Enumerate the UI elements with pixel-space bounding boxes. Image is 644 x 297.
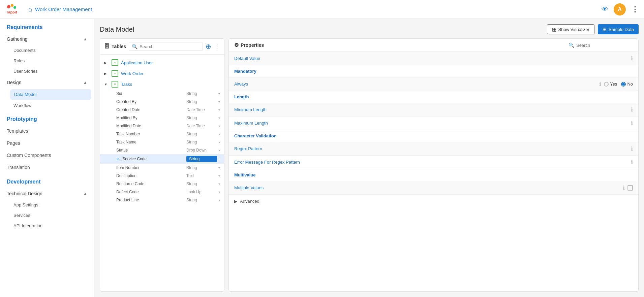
info-icon-min-length[interactable]: ℹ — [631, 106, 633, 113]
field-row-created-date[interactable]: Created Date Date Time ▾ — [100, 106, 224, 114]
properties-panel: ⚙ Properties 🔍 Default Value ℹ — [228, 38, 639, 292]
prop-row-max-length: Maximum Length ℹ — [229, 117, 638, 130]
sidebar-item-app-settings[interactable]: App Settings — [0, 200, 94, 210]
properties-search: 🔍 — [569, 42, 633, 48]
field-row-description[interactable]: Description Text ▾ — [100, 172, 224, 180]
field-chevron-defect-code: ▾ — [218, 190, 220, 194]
show-visualizer-button[interactable]: ▦ Show Visualizer — [547, 24, 594, 34]
sidebar-group-design[interactable]: Design ▲ — [0, 76, 94, 89]
sidebar-item-custom-components[interactable]: Custom Components — [0, 149, 94, 161]
sidebar-group-technical-design[interactable]: Technical Design ▲ — [0, 188, 94, 200]
field-chevron-modified-date: ▾ — [218, 124, 220, 128]
sidebar-group-gathering[interactable]: Gathering ▲ — [0, 33, 94, 45]
tables-toolbar: 🗄 Tables 🔍 ⊕ ⋮ — [100, 39, 224, 55]
field-row-defect-code[interactable]: Defect Code Look Up ▾ — [100, 188, 224, 196]
field-row-product-line[interactable]: Product Line String ▾ — [100, 196, 224, 204]
sidebar-item-roles[interactable]: Roles — [0, 56, 94, 66]
sidebar-item-translation[interactable]: Translation — [0, 161, 94, 173]
field-row-service-code[interactable]: ≡ Service Code String ▾ — [100, 154, 224, 164]
panels: 🗄 Tables 🔍 ⊕ ⋮ ▶ ≡ Application — [100, 38, 639, 292]
sample-data-button[interactable]: ⊞ Sample Data — [598, 24, 639, 34]
table-row-work-order[interactable]: ▶ ≡ Work Order — [100, 68, 224, 79]
field-row-sid[interactable]: Sid String ▾ — [100, 90, 224, 98]
tables-panel-title: 🗄 Tables — [104, 43, 126, 50]
info-icon-regex-pattern[interactable]: ℹ — [631, 145, 633, 152]
info-icon-error-msg[interactable]: ℹ — [631, 159, 633, 165]
prop-value-default-value: ℹ — [631, 55, 633, 62]
info-icon-default-value[interactable]: ℹ — [631, 55, 633, 62]
sidebar-item-documents[interactable]: Documents — [0, 45, 94, 56]
tables-more-icon[interactable]: ⋮ — [214, 43, 220, 50]
field-type-description: Text — [186, 173, 217, 178]
sidebar-item-pages[interactable]: Pages — [0, 137, 94, 149]
prop-label-min-length: Minimum Length — [234, 107, 631, 112]
radio-yes[interactable]: Yes — [604, 81, 617, 87]
prop-label-length: Length — [234, 94, 633, 99]
field-row-item-number[interactable]: Item Number String ▾ — [100, 164, 224, 172]
sidebar-item-workflow[interactable]: Workflow — [0, 100, 94, 111]
sidebar-item-user-stories[interactable]: User Stories — [0, 66, 94, 76]
sidebar-section-prototyping: Prototyping — [0, 111, 94, 125]
field-type-box-task-name: String ▾ — [186, 140, 220, 144]
avatar[interactable]: A — [614, 3, 626, 15]
field-row-modified-by[interactable]: Modified By String ▾ — [100, 114, 224, 122]
props-search-icon: 🔍 — [569, 42, 574, 48]
add-table-button[interactable]: ⊕ — [206, 42, 211, 51]
prop-row-regex-pattern: Regex Pattern ℹ — [229, 142, 638, 156]
table-row-tasks[interactable]: ▼ ≡ Tasks — [100, 79, 224, 90]
visualizer-label: Show Visualizer — [558, 27, 589, 32]
field-name-product-line: Product Line — [116, 198, 184, 202]
eye-icon[interactable]: 👁 — [602, 5, 608, 13]
properties-toolbar: ⚙ Properties 🔍 — [229, 39, 638, 52]
expand-arrow-work-order: ▶ — [104, 72, 109, 75]
prop-row-min-length: Minimum Length ℹ — [229, 103, 638, 117]
field-type-box-modified-by: String ▾ — [186, 116, 220, 120]
page-title: Data Model — [100, 26, 134, 33]
field-chevron-created-date: ▾ — [218, 108, 220, 112]
properties-search-input[interactable] — [576, 43, 633, 48]
field-type-box-item-number: String ▾ — [186, 165, 220, 170]
field-name-modified-by: Modified By — [116, 116, 184, 120]
field-type-sid: String — [186, 91, 217, 96]
field-type-box-task-number: String ▾ — [186, 132, 220, 136]
sidebar-item-services[interactable]: Services — [0, 210, 94, 221]
svg-point-0 — [7, 5, 10, 8]
info-icon-multiple-values[interactable]: ℹ — [623, 185, 625, 191]
field-row-resource-code[interactable]: Resource Code String ▾ — [100, 180, 224, 188]
svg-point-2 — [13, 6, 16, 9]
chevron-up-icon-tech: ▲ — [83, 191, 87, 196]
field-type-modified-by: String — [186, 116, 217, 120]
field-type-box-status: Drop Down ▾ — [186, 148, 220, 153]
prop-label-multiple-values: Multiple Values — [234, 185, 623, 190]
home-icon[interactable]: ⌂ — [28, 5, 32, 13]
sidebar-item-data-model[interactable]: Data Model — [10, 89, 91, 100]
field-chevron-created-by: ▾ — [218, 100, 220, 104]
prop-label-max-length: Maximum Length — [234, 121, 631, 126]
table-row-application-user[interactable]: ▶ ≡ Application User — [100, 57, 224, 68]
tables-search-box[interactable]: 🔍 — [129, 42, 203, 51]
info-icon-always[interactable]: ℹ — [599, 81, 601, 87]
info-icon-max-length[interactable]: ℹ — [631, 120, 633, 126]
field-row-status[interactable]: Status Drop Down ▾ — [100, 146, 224, 154]
sidebar-item-api-integration[interactable]: API Integration — [0, 221, 94, 231]
tables-search-input[interactable] — [140, 44, 200, 49]
field-type-box-service-code: String ▾ — [186, 156, 220, 162]
field-name-status: Status — [116, 148, 184, 153]
checkbox-multiple-values[interactable] — [627, 185, 633, 191]
field-type-status: Drop Down — [186, 148, 217, 153]
tables-db-icon: 🗄 — [104, 43, 110, 50]
logo: rappit — [5, 3, 18, 15]
field-row-modified-date[interactable]: Modified Date Date Time ▾ — [100, 122, 224, 130]
field-chevron-modified-by: ▾ — [218, 116, 220, 120]
field-row-task-number[interactable]: Task Number String ▾ — [100, 130, 224, 138]
radio-no[interactable]: No — [621, 81, 633, 87]
field-row-task-name[interactable]: Task Name String ▾ — [100, 138, 224, 146]
expand-arrow-tasks: ▼ — [104, 82, 109, 86]
field-row-created-by[interactable]: Created By String ▾ — [100, 98, 224, 106]
more-menu-icon[interactable]: ⋮ — [631, 5, 639, 14]
service-code-icon: ≡ — [116, 156, 119, 162]
advanced-row[interactable]: ▶ Advanced — [229, 195, 638, 208]
sidebar-item-templates[interactable]: Templates — [0, 125, 94, 137]
sidebar-group-design-label: Design — [7, 80, 22, 85]
svg-text:rappit: rappit — [7, 10, 17, 14]
